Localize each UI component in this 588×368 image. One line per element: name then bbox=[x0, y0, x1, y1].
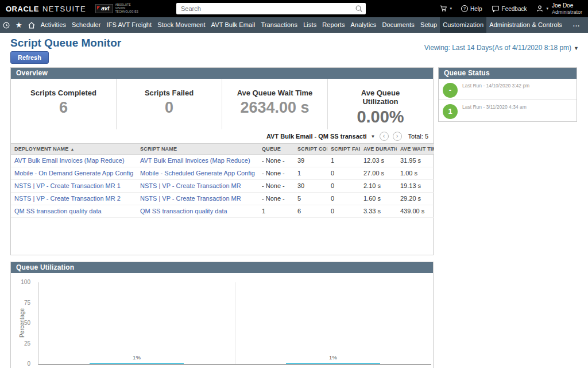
table-header-row: DEPLOYMENT NAME▲ SCRIPT NAME QUEUE SCRIP… bbox=[11, 144, 434, 155]
user-name: Joe Doe bbox=[552, 2, 582, 9]
help-icon: ? bbox=[461, 5, 468, 12]
y-tick-label: 75 bbox=[24, 300, 30, 306]
nav-item-avt-bulk-email[interactable]: AVT Bulk Email bbox=[208, 17, 258, 33]
help-button[interactable]: ? Help bbox=[461, 5, 482, 12]
deployment-name-link[interactable]: QM SS transaction quality data bbox=[11, 205, 137, 218]
column-header-scripts-completed[interactable]: SCRIPT COMP... bbox=[294, 144, 327, 155]
script-name-link[interactable]: NSTS | VP - Create Transaction MR bbox=[137, 193, 258, 205]
ave-duration-cell: 2.10 s bbox=[360, 180, 397, 193]
queue-cell: - None - bbox=[258, 193, 294, 205]
script-name-link[interactable]: AVT Bulk Email Invoices (Map Reduce) bbox=[137, 155, 258, 167]
viewing-range-selector[interactable]: Viewing: Last 14 Days(As of 4/11/2020 8:… bbox=[424, 44, 579, 52]
oracle-netsuite-logo[interactable]: ORACLE NETSUITE bbox=[6, 5, 86, 13]
stat-value: 0.00% bbox=[328, 108, 433, 126]
column-label: DEPLOYMENT NAME bbox=[14, 146, 69, 152]
next-page-button[interactable]: › bbox=[393, 132, 402, 141]
queue-status-badge: - bbox=[443, 83, 458, 98]
column-header-queue[interactable]: QUEUE bbox=[258, 144, 294, 155]
utilization-chart: Percentage 0255075100 1%1% bbox=[11, 273, 433, 368]
create-new-menu[interactable]: ▾ bbox=[439, 5, 452, 13]
nav-item-analytics[interactable]: Analytics bbox=[347, 17, 379, 33]
prev-page-button[interactable]: ‹ bbox=[380, 132, 389, 141]
column-header-script-name[interactable]: SCRIPT NAME bbox=[137, 144, 258, 155]
stat-label: Scripts Completed bbox=[11, 89, 116, 97]
column-label: SCRIPT COMP... bbox=[297, 146, 327, 152]
scripts-failed-cell: 1 bbox=[327, 155, 360, 167]
queue-cell: 1 bbox=[258, 205, 294, 218]
feedback-button[interactable]: Feedback bbox=[492, 5, 527, 13]
ave-wait-time-cell: 1.00 s bbox=[397, 167, 434, 180]
column-header-scripts-failed[interactable]: SCRIPT FAILE... bbox=[327, 144, 360, 155]
utilization-bar bbox=[286, 363, 380, 364]
netsuite-wordmark: NETSUITE bbox=[42, 5, 86, 13]
ave-duration-cell: 12.03 s bbox=[360, 155, 397, 167]
nav-more-button[interactable]: ... bbox=[565, 17, 588, 33]
nav-item-scheduler[interactable]: Scheduler bbox=[69, 17, 103, 33]
queue-utilization-panel: Queue Utilization Percentage 0255075100 … bbox=[10, 262, 434, 368]
deployment-pager: AVT Bulk Email - QM SS transacti ▼ ‹ › T… bbox=[11, 129, 433, 143]
ave-duration-cell: 3.33 s bbox=[360, 205, 397, 218]
user-menu[interactable]: ▾ Joe Doe Administrator bbox=[536, 2, 582, 15]
nav-item-stock-movement[interactable]: Stock Movement bbox=[154, 17, 208, 33]
scripts-failed-cell: 0 bbox=[327, 180, 360, 193]
nav-item-documents[interactable]: Documents bbox=[379, 17, 417, 33]
nav-item-administration-controls[interactable]: Administration & Controls bbox=[486, 17, 565, 33]
category-divider bbox=[235, 282, 235, 364]
script-name-link[interactable]: Mobile - Scheduled Generate App Config bbox=[137, 167, 258, 180]
home-icon[interactable] bbox=[25, 17, 38, 33]
topbar: ORACLE NETSUITE avt ABSOLUTE VISION TECH… bbox=[0, 0, 588, 17]
deployment-name-link[interactable]: NSTS | VP - Create Transaction MR 1 bbox=[11, 180, 137, 193]
column-label: SCRIPT FAILE... bbox=[331, 146, 360, 152]
chevron-down-icon: ▾ bbox=[546, 6, 548, 11]
scripts-completed-cell: 39 bbox=[294, 155, 327, 167]
nav-item-setup[interactable]: Setup bbox=[417, 17, 440, 33]
recent-records-icon[interactable] bbox=[0, 17, 13, 33]
deployment-name-link[interactable]: Mobile - On Demand Generate App Config bbox=[11, 167, 137, 180]
scripts-failed-cell: 0 bbox=[327, 205, 360, 218]
nav-item-activities[interactable]: Activities bbox=[38, 17, 69, 33]
stat-label: Scripts Failed bbox=[117, 89, 222, 97]
global-search bbox=[176, 3, 366, 14]
script-name-link[interactable]: NSTS | VP - Create Transaction MR bbox=[137, 180, 258, 193]
overview-panel-header: Overview bbox=[11, 68, 433, 79]
search-icon[interactable] bbox=[355, 5, 363, 13]
nav-item-transactions[interactable]: Transactions bbox=[258, 17, 300, 33]
stat-ave-queue-wait-time: Ave Queue Wait Time 2634.00 s bbox=[222, 79, 328, 129]
chart-yticks: 0255075100 bbox=[11, 273, 34, 368]
y-tick-label: 25 bbox=[24, 340, 30, 347]
chevron-down-icon[interactable]: ▼ bbox=[371, 134, 376, 139]
deployment-name-link[interactable]: AVT Bulk Email Invoices (Map Reduce) bbox=[11, 155, 137, 167]
chart-plot: 1%1% bbox=[38, 282, 431, 365]
y-tick-label: 50 bbox=[24, 320, 30, 326]
nav-item-reports[interactable]: Reports bbox=[319, 17, 347, 33]
deployment-name-link[interactable]: NSTS | VP - Create Transaction MR 2 bbox=[11, 193, 137, 205]
queue-status-item[interactable]: - Last Run - 14/10/2020 3:42 pm bbox=[439, 79, 577, 100]
total-count: Total: 5 bbox=[408, 133, 428, 140]
column-header-ave-duration[interactable]: AVE DURATIO... bbox=[360, 144, 397, 155]
script-name-link[interactable]: QM SS transaction quality data bbox=[137, 205, 258, 218]
nav-item-ifs-avt-freight[interactable]: IFS AVT Freight bbox=[104, 17, 155, 33]
column-header-ave-wait-time[interactable]: AVE WAIT TIM... bbox=[397, 144, 434, 155]
nav-item-lists[interactable]: Lists bbox=[300, 17, 319, 33]
chevron-down-icon: ▼ bbox=[574, 45, 579, 51]
column-header-deployment-name[interactable]: DEPLOYMENT NAME▲ bbox=[11, 144, 137, 155]
shortcuts-star-icon[interactable]: ★ bbox=[13, 17, 25, 33]
search-input[interactable] bbox=[176, 3, 366, 14]
column-label: SCRIPT NAME bbox=[140, 146, 177, 152]
table-row: NSTS | VP - Create Transaction MR 2 NSTS… bbox=[11, 193, 434, 205]
deployment-range-selector[interactable]: AVT Bulk Email - QM SS transacti bbox=[266, 133, 367, 140]
queue-status-item[interactable]: 1 Last Run - 3/11/2020 4:34 am bbox=[439, 100, 577, 121]
oracle-wordmark: ORACLE bbox=[6, 5, 39, 13]
avt-logo-text: ABSOLUTE VISION TECHNOLOGIES bbox=[115, 3, 139, 14]
ave-wait-time-cell: 439.00 s bbox=[397, 205, 434, 218]
nav-item-customization[interactable]: Customization bbox=[440, 17, 486, 33]
deployments-table: DEPLOYMENT NAME▲ SCRIPT NAME QUEUE SCRIP… bbox=[11, 143, 434, 218]
overview-stats: Scripts Completed 6 Scripts Failed 0 Ave… bbox=[11, 79, 433, 129]
help-label: Help bbox=[470, 6, 482, 12]
bar-value-label: 1% bbox=[286, 354, 380, 361]
table-row: Mobile - On Demand Generate App Config M… bbox=[11, 167, 434, 180]
y-tick-label: 0 bbox=[27, 361, 30, 367]
chevron-down-icon: ▾ bbox=[450, 6, 452, 11]
refresh-button[interactable]: Refresh bbox=[10, 51, 49, 64]
main-nav: ★ Activities Scheduler IFS AVT Freight S… bbox=[0, 17, 588, 33]
